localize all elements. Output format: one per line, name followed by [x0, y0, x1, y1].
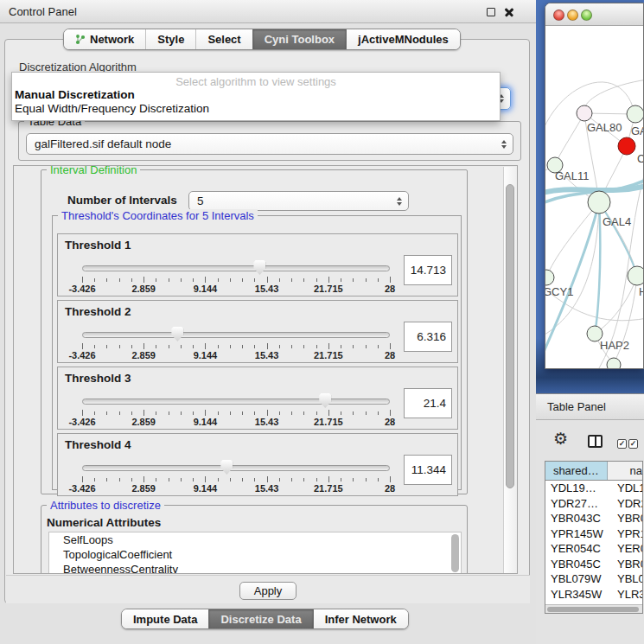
node-label: C: [637, 152, 644, 165]
tab-cyni-toolbox[interactable]: Cyni Toolbox: [252, 29, 346, 49]
column-header-shared-name[interactable]: shared…: [545, 462, 608, 480]
tab-network[interactable]: Network: [64, 29, 145, 49]
scrollbar-thumb[interactable]: [506, 184, 514, 488]
menu-item-equal-width-frequency[interactable]: Equal Width/Frequency Discretization: [12, 102, 500, 116]
list-item[interactable]: SelfLoops: [49, 532, 461, 547]
slider-ticks: [82, 476, 390, 483]
list-item[interactable]: TopologicalCoefficient: [49, 547, 461, 562]
numerical-attributes-label: Numerical Attributes: [47, 516, 161, 529]
tab-discretize-data[interactable]: Discretize Data: [208, 609, 312, 628]
node-red-selected[interactable]: [618, 137, 635, 155]
table-row[interactable]: YDR27…YDR2: [545, 496, 642, 512]
slider-track[interactable]: [82, 332, 390, 338]
tab-infer-network[interactable]: Infer Network: [313, 609, 408, 628]
threshold-4-slider[interactable]: [82, 460, 390, 475]
node-gal4[interactable]: [588, 191, 610, 214]
slider-thumb[interactable]: [220, 460, 233, 475]
node-label: GAL11: [555, 169, 590, 182]
table-cell: YBL079W: [551, 572, 602, 585]
threshold-2-slider[interactable]: [82, 327, 390, 342]
table-cell: YER054C: [551, 542, 601, 555]
node-ga[interactable]: [627, 105, 644, 123]
tab-style[interactable]: Style: [145, 29, 195, 49]
spinner-stepper-icon: [397, 197, 402, 206]
column-header-name[interactable]: na: [608, 462, 642, 480]
node-gal80[interactable]: [577, 105, 592, 121]
cytoscape-desktop: GAL80 GA C GAL11 GAL4 GCY1 H HAP2: [536, 0, 644, 393]
threshold-2-panel: Threshold 2 -3.4262.8599.14415.4321.7152…: [57, 300, 458, 363]
settings-scrollbar[interactable]: [503, 167, 516, 573]
close-icon[interactable]: [504, 7, 514, 17]
network-view-window[interactable]: GAL80 GA C GAL11 GAL4 GCY1 H HAP2: [545, 3, 644, 369]
table-body: YDL19…YDL1YDR27…YDR2YBR043CYBR0YPR145WYP…: [545, 481, 642, 614]
number-of-intervals-label: Number of Intervals: [67, 194, 177, 207]
list-item[interactable]: BetweennessCentrality: [49, 562, 461, 574]
table-row[interactable]: YLR345WYLR3: [545, 587, 642, 603]
dropdown-hint: Select algorithm to view settings: [12, 73, 500, 88]
table-horizontal-scrollbar[interactable]: [545, 604, 642, 613]
tab-network-label: Network: [90, 29, 134, 49]
float-window-icon[interactable]: [487, 8, 495, 16]
node-h[interactable]: [628, 266, 644, 285]
zoom-traffic-light-icon[interactable]: [581, 10, 592, 21]
table-cell: YPR1: [617, 527, 643, 540]
threshold-2-value-field[interactable]: 6.316: [404, 322, 452, 352]
node-partial[interactable]: [607, 358, 621, 369]
thresholds-group: Threshold's Coordinates for 5 Intervals …: [52, 215, 462, 490]
table-row[interactable]: YER054CYER0: [545, 541, 642, 557]
tab-select[interactable]: Select: [195, 29, 252, 49]
attributes-list[interactable]: SelfLoopsTopologicalCoefficientBetweenne…: [48, 532, 462, 574]
node-label: GA: [631, 124, 644, 137]
slider-track[interactable]: [82, 399, 390, 405]
node-gcy1[interactable]: [545, 270, 554, 285]
tab-impute-data[interactable]: Impute Data: [122, 609, 208, 628]
number-of-intervals-value: 5: [197, 194, 204, 207]
table-cell: YDR27…: [551, 497, 598, 510]
table-panel-body: ⚙ ✓ ✓ shared… na YDL19…YDL1YDR27…YDR2YBR…: [536, 421, 644, 644]
slider-tick-labels: -3.4262.8599.14415.4321.71528: [82, 417, 390, 427]
table-panel-title: Table Panel: [547, 400, 606, 413]
columns-icon[interactable]: [588, 435, 603, 448]
apply-button[interactable]: Apply: [239, 582, 296, 600]
network-window-titlebar: [545, 3, 643, 26]
node-label: GCY1: [545, 285, 573, 298]
table-data-value: galFiltered.sif default node: [35, 137, 171, 150]
table-row[interactable]: YBL079WYBL0: [545, 571, 642, 587]
number-of-intervals-spinner[interactable]: 5: [188, 191, 409, 211]
slider-tick-labels: -3.4262.8599.14415.4321.71528: [82, 483, 390, 494]
slider-track[interactable]: [82, 265, 390, 271]
table-row[interactable]: YPR145WYPR1: [545, 526, 642, 542]
minimize-traffic-light-icon[interactable]: [567, 10, 578, 21]
table-row[interactable]: YDL19…YDL1: [545, 481, 642, 496]
table-row[interactable]: YBR045CYBR0: [545, 557, 642, 572]
threshold-1-slider[interactable]: [82, 260, 390, 276]
slider-thumb[interactable]: [319, 393, 331, 408]
node-label: H: [639, 285, 644, 298]
menu-item-manual-discretization[interactable]: Manual Discretization: [12, 88, 500, 102]
table-panel-titlebar: Table Panel: [536, 393, 644, 420]
checkbox-icon[interactable]: ✓: [628, 439, 638, 449]
gear-icon[interactable]: ⚙: [553, 430, 568, 449]
table-row[interactable]: YBR043CYBR0: [545, 511, 642, 526]
network-canvas[interactable]: GAL80 GA C GAL11 GAL4 GCY1 H HAP2: [545, 26, 644, 369]
checkbox-icon[interactable]: ✓: [617, 439, 627, 449]
attributes-group-title: Attributes to discretize: [47, 499, 164, 512]
table-cell: YLR3: [617, 588, 643, 601]
slider-ticks: [82, 410, 390, 417]
scrollbar-thumb[interactable]: [547, 607, 639, 613]
slider-track[interactable]: [82, 465, 390, 471]
threshold-1-value-field[interactable]: 14.713: [404, 255, 452, 285]
slider-thumb[interactable]: [253, 260, 265, 275]
list-scrollbar[interactable]: [451, 534, 459, 572]
tab-jactivemnodules[interactable]: jActiveMNodules: [346, 29, 460, 49]
threshold-4-value-field[interactable]: 11.344: [404, 455, 452, 485]
apply-row: Apply: [6, 575, 530, 603]
cyni-toolbox-panel: Discretization Algorithm Select algorith…: [4, 39, 530, 603]
node-label: GAL4: [603, 215, 631, 228]
slider-thumb[interactable]: [171, 327, 183, 341]
table-data-combobox[interactable]: galFiltered.sif default node: [26, 133, 513, 155]
threshold-3-slider[interactable]: [82, 393, 390, 409]
node-table: shared… na YDL19…YDL1YDR27…YDR2YBR043CYB…: [545, 461, 643, 614]
threshold-3-value-field[interactable]: 21.4: [404, 388, 452, 418]
close-traffic-light-icon[interactable]: [553, 10, 564, 21]
